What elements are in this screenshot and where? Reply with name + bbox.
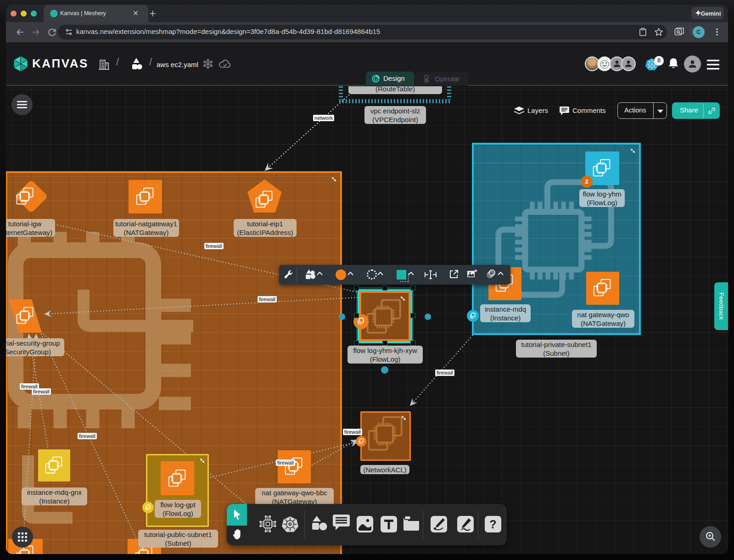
svg-text:?: ? bbox=[489, 518, 496, 531]
